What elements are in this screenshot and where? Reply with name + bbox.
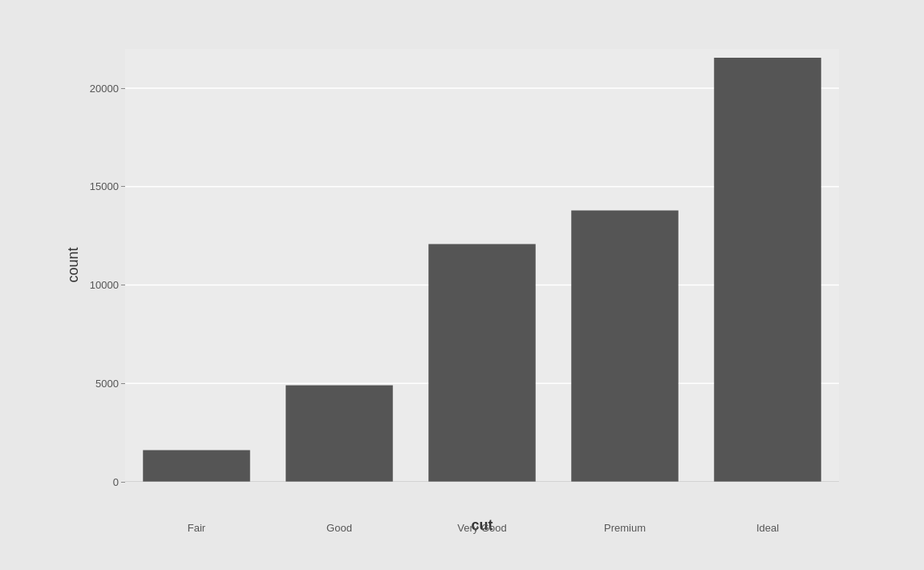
x-tick-label-good: Good: [326, 522, 352, 534]
y-tick-label: 5000: [75, 377, 119, 389]
x-tick-label-fair: Fair: [188, 522, 205, 534]
x-tick-label-ideal: Ideal: [756, 522, 779, 534]
y-tick-label: 20000: [75, 82, 119, 94]
chart-area: count cut 05000100001500020000 FairGoodV…: [69, 33, 855, 538]
y-tick-label: 15000: [75, 180, 119, 192]
x-tick-label-very-good: Very Good: [457, 522, 506, 534]
x-ticks-container: FairGoodVery GoodPremiumIdeal: [125, 49, 839, 510]
y-tick-label: 10000: [75, 279, 119, 291]
chart-container: count cut 05000100001500020000 FairGoodV…: [0, 0, 924, 570]
x-tick-label-premium: Premium: [604, 522, 646, 534]
y-tick-label: 0: [75, 475, 119, 487]
